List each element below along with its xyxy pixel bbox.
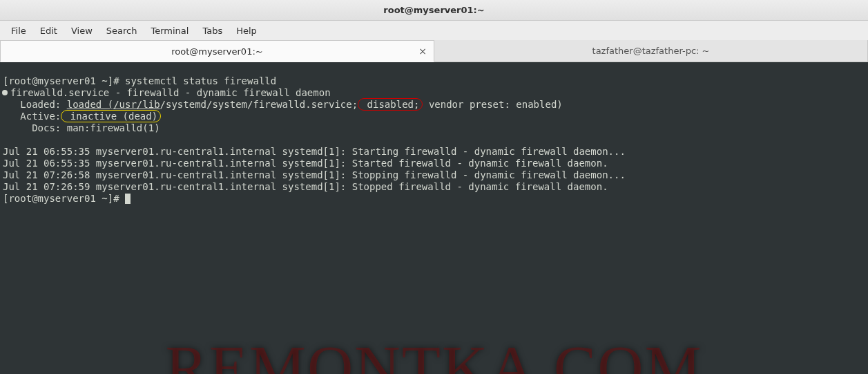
close-icon[interactable]: × (418, 46, 427, 56)
log-line-4: Jul 21 07:26:59 myserver01.ru-central1.i… (3, 181, 608, 192)
watermark-text: REMONTKA.COM (166, 362, 703, 374)
menu-help[interactable]: Help (229, 23, 264, 39)
inactive-dead-highlight: inactive (dead) (61, 110, 161, 122)
menu-tabs[interactable]: Tabs (195, 23, 229, 39)
log-line-1: Jul 21 06:55:35 myserver01.ru-central1.i… (3, 146, 626, 157)
tab-inactive-label: tazfather@tazfather-pc: ~ (592, 46, 710, 56)
docs-line: Docs: man:firewalld(1) (3, 122, 160, 133)
menu-terminal[interactable]: Terminal (144, 23, 195, 39)
menu-bar: File Edit View Search Terminal Tabs Help (0, 21, 868, 40)
log-line-2: Jul 21 06:55:35 myserver01.ru-central1.i… (3, 158, 608, 169)
tab-active[interactable]: root@myserver01:~ × (0, 40, 434, 62)
menu-file[interactable]: File (4, 23, 33, 39)
service-header: firewalld.service - firewalld - dynamic … (10, 87, 331, 98)
loaded-path-mid: /systemd/system/firewalld.service; (160, 99, 358, 110)
disabled-highlight: disabled; (358, 98, 423, 111)
status-bullet-icon (2, 90, 8, 95)
loaded-path-ul: loaded (/usr/lib (67, 99, 160, 110)
prompt-text: [root@myserver01 ~]# (3, 75, 125, 86)
menu-view[interactable]: View (64, 23, 99, 39)
terminal-output[interactable]: [root@myserver01 ~]# systemctl status fi… (0, 62, 868, 374)
loaded-tail: vendor preset: enabled) (423, 99, 562, 110)
prompt-text-2: [root@myserver01 ~]# (3, 193, 125, 204)
active-label: Active: (3, 111, 61, 122)
log-line-3: Jul 21 07:26:58 myserver01.ru-central1.i… (3, 169, 626, 180)
loaded-label: Loaded: (3, 99, 67, 110)
menu-edit[interactable]: Edit (33, 23, 64, 39)
cursor-icon (125, 194, 131, 204)
menu-search[interactable]: Search (99, 23, 144, 39)
window-titlebar: root@myserver01:~ (0, 0, 868, 21)
window-title: root@myserver01:~ (383, 5, 484, 15)
tab-active-label: root@myserver01:~ (171, 46, 262, 57)
tab-bar: root@myserver01:~ × tazfather@tazfather-… (0, 40, 868, 62)
tab-inactive[interactable]: tazfather@tazfather-pc: ~ (434, 40, 868, 62)
command-text: systemctl status firewalld (125, 75, 276, 86)
